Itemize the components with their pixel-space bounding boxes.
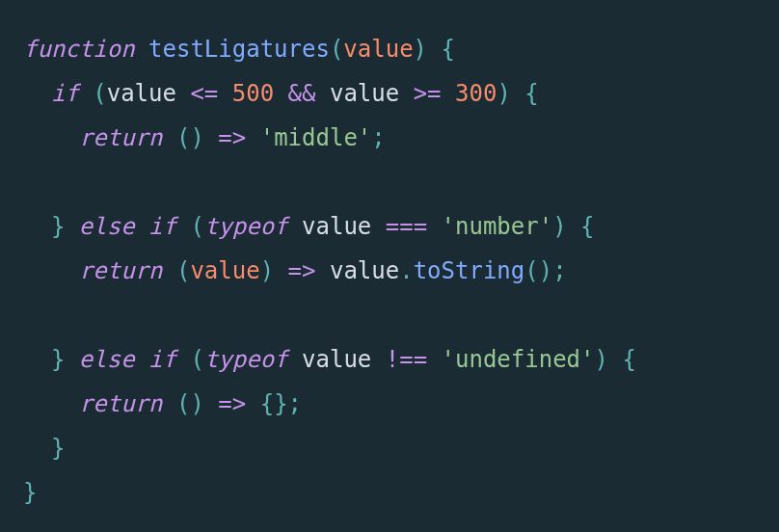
- keyword-function: function: [23, 36, 135, 63]
- function-name: testLigatures: [148, 36, 330, 63]
- code-line: function testLigatures(value) {: [23, 36, 455, 63]
- param: value: [343, 36, 413, 63]
- operator-gte: >=: [414, 80, 442, 107]
- operator-arrow: =>: [218, 124, 246, 151]
- code-line: }: [23, 435, 65, 462]
- code-line: return (value) => value.toString();: [23, 257, 567, 284]
- keyword-typeof: typeof: [204, 213, 288, 240]
- operator-and: &&: [288, 80, 316, 107]
- code-line: [23, 302, 51, 329]
- code-line: } else if (typeof value !== 'undefined')…: [23, 346, 636, 373]
- code-line: } else if (typeof value === 'number') {: [23, 213, 595, 240]
- method-call: toString: [414, 257, 525, 284]
- code-line: [23, 169, 51, 196]
- operator-eq: ===: [386, 213, 427, 240]
- number-literal: 500: [232, 80, 274, 107]
- keyword-if: if: [51, 80, 79, 107]
- paren-open: (: [330, 36, 343, 63]
- string-literal: 'middle': [260, 124, 372, 151]
- brace-close: }: [23, 479, 37, 506]
- code-line: return () => 'middle';: [23, 124, 386, 151]
- indent-guide: [23, 124, 51, 151]
- identifier: value: [107, 80, 176, 107]
- operator-neq: !==: [386, 346, 427, 373]
- code-block: function testLigatures(value) { if (valu…: [0, 0, 779, 532]
- code-line: return () => {};: [23, 390, 302, 417]
- dot: .: [399, 257, 413, 284]
- code-line: if (value <= 500 && value >= 300) {: [23, 80, 539, 107]
- keyword-return: return: [79, 124, 163, 151]
- operator-lte: <=: [190, 80, 218, 107]
- code-line: }: [23, 479, 37, 506]
- keyword-else: else: [79, 213, 135, 240]
- brace-open: {: [442, 36, 455, 63]
- paren-close: ): [414, 36, 427, 63]
